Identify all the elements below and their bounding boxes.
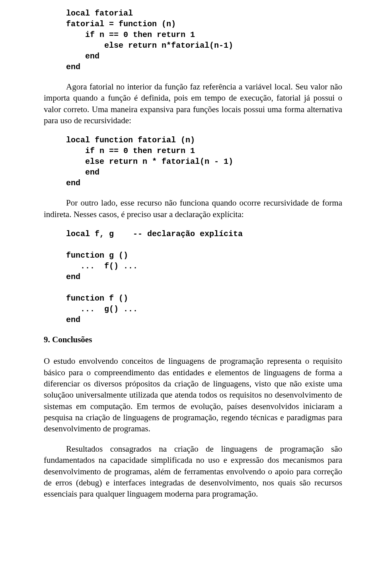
page: local fatorial fatorial = function (n) i…: [0, 0, 382, 532]
code-block-3: local f, g -- declaração explícita funct…: [66, 229, 342, 325]
section-heading: 9. Conclusões: [44, 334, 342, 345]
paragraph-4: Resultados consagrados na criação de lin…: [44, 443, 342, 500]
paragraph-3: O estudo envolvendo conceitos de linguag…: [44, 355, 342, 434]
paragraph-2: Por outro lado, esse recurso não funcion…: [44, 197, 342, 220]
code-block-2: local function fatorial (n) if n == 0 th…: [66, 135, 342, 188]
code-block-1: local fatorial fatorial = function (n) i…: [66, 8, 342, 72]
paragraph-1: Agora fatorial no interior da função faz…: [44, 81, 342, 126]
